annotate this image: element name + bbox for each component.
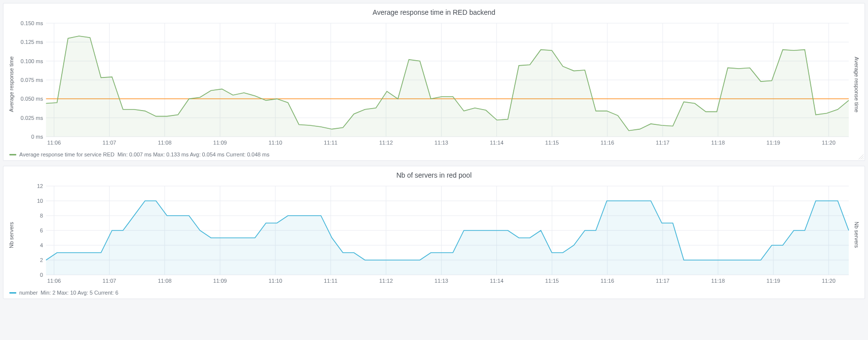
panel-title: Nb of servers in red pool (7, 169, 861, 183)
svg-text:11:07: 11:07 (103, 278, 116, 284)
svg-text:11:17: 11:17 (656, 140, 670, 146)
plot-area[interactable]: 02468101211:0611:0711:0811:0911:1011:111… (15, 183, 853, 287)
svg-text:11:18: 11:18 (711, 278, 725, 284)
legend-stats: Min: 0.007 ms Max: 0.133 ms Avg: 0.054 m… (117, 151, 269, 157)
legend-swatch (9, 292, 16, 294)
svg-text:11:11: 11:11 (324, 278, 338, 284)
svg-text:11:09: 11:09 (213, 140, 227, 146)
legend-swatch (9, 154, 16, 155)
svg-text:11:12: 11:12 (379, 140, 393, 146)
svg-text:8: 8 (40, 213, 43, 219)
legend-stats: Min: 2 Max: 10 Avg: 5 Current: 6 (40, 290, 118, 296)
svg-text:11:09: 11:09 (213, 278, 227, 284)
chart-area[interactable]: Nb servers 02468101211:0611:0711:0811:09… (7, 183, 861, 287)
svg-text:11:08: 11:08 (158, 140, 172, 146)
svg-text:0.125 ms: 0.125 ms (21, 39, 43, 45)
svg-text:6: 6 (40, 227, 43, 233)
svg-text:11:12: 11:12 (379, 278, 393, 284)
svg-text:11:06: 11:06 (47, 140, 61, 146)
y-axis-label-right: Nb servers (853, 183, 861, 287)
chart-legend[interactable]: Average response time for service RED Mi… (7, 149, 861, 158)
svg-text:11:16: 11:16 (601, 140, 614, 146)
svg-text:11:13: 11:13 (435, 140, 449, 146)
svg-text:11:13: 11:13 (435, 278, 449, 284)
svg-text:11:08: 11:08 (158, 278, 172, 284)
svg-text:11:16: 11:16 (601, 278, 614, 284)
svg-text:0: 0 (40, 272, 43, 278)
panel-title: Average response time in RED backend (7, 6, 861, 20)
svg-text:11:06: 11:06 (47, 278, 61, 284)
y-axis-label-right: Average response time (853, 20, 861, 149)
svg-text:11:15: 11:15 (545, 140, 559, 146)
svg-text:0.050 ms: 0.050 ms (21, 96, 43, 102)
svg-text:11:20: 11:20 (822, 140, 835, 146)
legend-series-name[interactable]: Average response time for service RED (19, 151, 114, 157)
chart-legend[interactable]: number Min: 2 Max: 10 Avg: 5 Current: 6 (7, 287, 861, 297)
svg-text:0 ms: 0 ms (31, 134, 43, 140)
chart-panel-response-time: Average response time in RED backend Ave… (3, 3, 865, 161)
resize-handle-icon[interactable] (859, 154, 864, 159)
y-axis-label-left: Nb servers (7, 183, 15, 287)
svg-text:11:20: 11:20 (822, 278, 835, 284)
svg-text:11:14: 11:14 (490, 278, 504, 284)
svg-text:0.075 ms: 0.075 ms (21, 77, 43, 83)
svg-text:10: 10 (37, 198, 43, 204)
y-axis-label-left: Average response time (7, 20, 15, 149)
svg-text:0.150 ms: 0.150 ms (21, 20, 43, 26)
svg-text:0.100 ms: 0.100 ms (21, 58, 43, 64)
svg-text:11:10: 11:10 (268, 140, 282, 146)
svg-text:11:14: 11:14 (490, 140, 504, 146)
chart-area[interactable]: Average response time 0 ms0.025 ms0.050 … (7, 20, 861, 149)
svg-text:11:19: 11:19 (766, 278, 780, 284)
svg-text:11:17: 11:17 (656, 278, 670, 284)
svg-text:11:15: 11:15 (545, 278, 559, 284)
svg-text:0.025 ms: 0.025 ms (21, 115, 43, 121)
svg-text:12: 12 (37, 183, 43, 189)
legend-series-name[interactable]: number (19, 290, 38, 296)
svg-text:4: 4 (40, 242, 43, 248)
svg-text:11:19: 11:19 (766, 140, 780, 146)
svg-text:2: 2 (40, 257, 43, 263)
svg-text:11:10: 11:10 (268, 278, 282, 284)
chart-panel-nb-servers: Nb of servers in red pool Nb servers 024… (3, 166, 865, 299)
svg-text:11:07: 11:07 (103, 140, 116, 146)
svg-text:11:18: 11:18 (711, 140, 725, 146)
svg-text:11:11: 11:11 (324, 140, 338, 146)
plot-area[interactable]: 0 ms0.025 ms0.050 ms0.075 ms0.100 ms0.12… (15, 20, 853, 149)
